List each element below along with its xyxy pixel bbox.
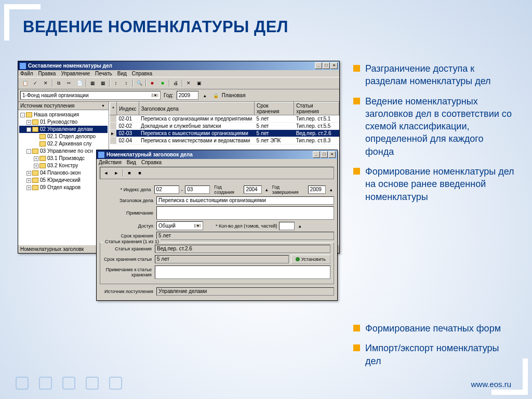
tree-item[interactable]: +03.1 Производс xyxy=(19,155,108,162)
folder-icon xyxy=(32,185,38,190)
maximize-button[interactable]: □ xyxy=(321,151,328,158)
maximize-button[interactable]: □ xyxy=(323,62,330,69)
menu-help[interactable]: Справка xyxy=(141,159,162,165)
index-input-2[interactable]: 03 xyxy=(185,185,210,194)
year-spinner[interactable]: ▴ xyxy=(202,91,209,100)
tree-expand-icon[interactable]: + xyxy=(26,120,31,125)
toolbar-cut-btn[interactable]: ✂ xyxy=(64,78,74,88)
tree-expand-icon[interactable]: - xyxy=(20,113,25,117)
set-button[interactable]: Установить xyxy=(291,255,330,264)
table-row[interactable]: 02-04Переписка с министерствами и ведомс… xyxy=(110,137,339,144)
toolbar: ◄ ► ■ ■ xyxy=(100,167,334,179)
toolbar-btn[interactable]: ■ xyxy=(148,78,157,88)
filter-bar: 1-Фонд нашей организации ▼ Год: 2009 ▴ 🔒… xyxy=(18,89,339,102)
tree-item[interactable]: +09 Отдел кадров xyxy=(19,184,108,191)
index-input-1[interactable]: 02 xyxy=(154,185,179,194)
cell: Докладные и служебные записки xyxy=(139,123,254,130)
form: * Индекс дела 02 - 03 Год создания 2004 … xyxy=(97,181,337,300)
bullet-list: Разграничение доступа к разделам номенкл… xyxy=(353,62,514,210)
title-label: Заголовок дела xyxy=(100,198,154,203)
table-row[interactable]: 02-02Докладные и служебные записки5 летТ… xyxy=(110,123,339,130)
tree-item[interactable]: +04 Планово-экон xyxy=(19,169,108,177)
bullet-icon xyxy=(353,325,360,331)
folder-icon xyxy=(32,170,38,176)
tree-expand-icon[interactable]: + xyxy=(26,185,31,190)
footer-icon xyxy=(86,377,99,390)
column-header[interactable]: Статьи хранения xyxy=(294,102,339,115)
close-button[interactable]: × xyxy=(328,151,336,158)
menu-edit[interactable]: Правка xyxy=(38,71,56,76)
menu-help[interactable]: Справка xyxy=(132,71,152,76)
titlebar[interactable]: Номенклатурный заголовок дела _ □ × xyxy=(97,150,337,159)
tree-item[interactable]: -02 Управление делам xyxy=(19,126,108,133)
menu-view[interactable]: Вид xyxy=(127,159,136,165)
tree-item[interactable]: -03 Управление по осн xyxy=(19,148,108,155)
column-header[interactable]: * xyxy=(110,102,117,115)
articles-fieldset: Статьи хранения (1 из 1) Статья хранения… xyxy=(100,242,334,284)
note2-input[interactable] xyxy=(155,265,330,279)
toolbar-btn[interactable]: ▣ xyxy=(194,78,204,88)
tree-expand-icon[interactable]: + xyxy=(26,178,31,183)
minimize-button[interactable]: _ xyxy=(313,151,320,158)
toolbar-btn[interactable]: ▦ xyxy=(98,78,108,88)
titlebar[interactable]: Составление номенклатуры дел _ □ × xyxy=(18,61,339,70)
vol-input[interactable] xyxy=(279,222,295,230)
tree-item[interactable]: 02.2 Архивная слу xyxy=(19,140,108,148)
toolbar-find-btn[interactable]: 🔍 xyxy=(135,78,144,88)
year-input[interactable]: 2009 xyxy=(177,91,198,100)
menu-file[interactable]: Файл xyxy=(20,71,33,76)
year-end-input[interactable]: 2009 xyxy=(308,185,326,194)
tree-item[interactable]: +03.2 Констру xyxy=(19,162,108,169)
toolbar-btn[interactable]: ↕ xyxy=(111,78,121,88)
tree-expand-icon[interactable]: + xyxy=(34,164,38,168)
tree-item[interactable]: 02.1 Отдел делопро xyxy=(19,133,108,140)
row-marker xyxy=(110,137,117,144)
cell: Вед.пер. ст.2.6 xyxy=(294,130,339,137)
year-create-input[interactable]: 2004 xyxy=(244,185,262,194)
folder-icon xyxy=(32,178,38,183)
toolbar-btn[interactable]: ■ xyxy=(158,78,167,88)
menu-actions[interactable]: Действия xyxy=(99,159,122,165)
tree-expand-icon[interactable]: + xyxy=(26,171,31,176)
toolbar-btn[interactable]: ✕ xyxy=(41,78,50,88)
note-input[interactable] xyxy=(156,206,334,220)
menu-manage[interactable]: Управление xyxy=(61,71,90,76)
tree-item[interactable]: +01 Руководство xyxy=(19,118,108,126)
access-combo[interactable]: Общий▼ xyxy=(156,221,203,230)
note2-label: Примечание к статье хранения xyxy=(103,267,153,277)
source-combo[interactable]: Источник поступления ▼ xyxy=(18,102,109,110)
column-header[interactable]: Индекс xyxy=(116,102,139,115)
toolbar-btn[interactable]: ■ xyxy=(125,168,134,178)
tree-item[interactable]: -Наша организация xyxy=(19,111,108,118)
toolbar-btn[interactable]: ■ xyxy=(135,168,144,178)
toolbar-btn[interactable]: ◄ xyxy=(101,168,111,178)
toolbar-btn[interactable]: ↕ xyxy=(122,78,131,88)
menu-print[interactable]: Печать xyxy=(95,71,112,76)
tree-expand-icon[interactable]: - xyxy=(26,127,31,132)
toolbar-btn[interactable]: ✕ xyxy=(184,78,193,88)
close-button[interactable]: × xyxy=(330,62,338,69)
toolbar-paste-btn[interactable]: 📄 xyxy=(75,78,84,88)
tree-expand-icon[interactable]: + xyxy=(34,156,38,161)
title-input[interactable]: Переписка с вышестоящими организациями xyxy=(156,196,334,205)
toolbar-btn[interactable]: ► xyxy=(112,168,121,178)
toolbar-btn[interactable]: ✓ xyxy=(31,78,40,88)
table-row[interactable]: 02-01Переписка с организациями и предпри… xyxy=(110,115,339,123)
toolbar-copy-btn[interactable]: ⧉ xyxy=(54,78,63,88)
fond-combo[interactable]: 1-Фонд нашей организации ▼ xyxy=(20,91,161,100)
toolbar-print-btn[interactable]: 🖨 xyxy=(171,78,180,88)
spinner[interactable]: ▴ xyxy=(264,185,270,194)
year-label: Год: xyxy=(164,92,174,98)
menu-view[interactable]: Вид xyxy=(117,71,127,76)
toolbar-btn[interactable]: ▦ xyxy=(88,78,97,88)
tree-item[interactable]: +05 Юридический xyxy=(19,177,108,184)
spinner[interactable]: ▴ xyxy=(297,222,303,230)
toolbar-btn[interactable]: 📋 xyxy=(20,78,30,88)
table-row[interactable]: ▸02-03Переписка с вышестоящими организац… xyxy=(110,130,339,137)
spinner[interactable]: ▴ xyxy=(328,185,334,194)
column-header[interactable]: Срок хранения xyxy=(254,102,294,115)
tree-expand-icon[interactable]: - xyxy=(26,149,31,154)
minimize-button[interactable]: _ xyxy=(315,62,322,69)
tree-item-label: Наша организация xyxy=(34,111,79,118)
column-header[interactable]: Заголовок дела xyxy=(139,102,254,115)
